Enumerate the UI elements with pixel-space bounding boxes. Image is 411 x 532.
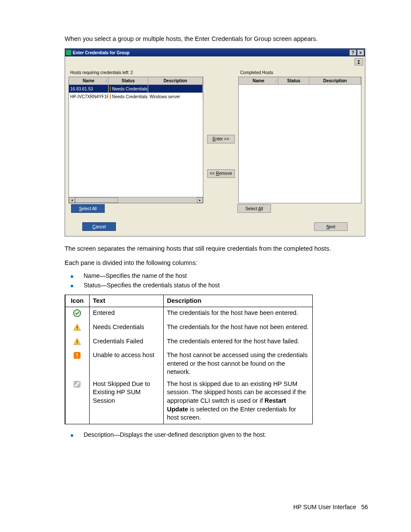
remove-button[interactable]: << Remove xyxy=(207,169,235,178)
col-desc-header-r[interactable]: Description xyxy=(309,77,361,84)
intro-paragraph: When you select a group or multiple host… xyxy=(65,34,368,43)
paragraph: The screen separates the remaining hosts… xyxy=(65,244,368,253)
paragraph: Each pane is divided into the following … xyxy=(65,258,368,267)
status-text: Host Skipped Due to Existing HP SUM Sess… xyxy=(89,378,163,424)
page-footer: HP SUM User Interface 56 xyxy=(293,504,368,510)
right-pane-label: Completed Hosts xyxy=(240,70,361,75)
help-button[interactable]: ? xyxy=(349,50,356,56)
warning-icon xyxy=(73,337,81,346)
skip-icon xyxy=(73,380,81,389)
th-text: Text xyxy=(89,295,163,307)
status-desc: The credentials entered for the host hav… xyxy=(163,336,313,350)
warning-icon xyxy=(73,323,81,332)
col-desc-header[interactable]: Description xyxy=(148,77,203,84)
status-text: Credentials Failed xyxy=(89,336,163,350)
table-row[interactable]: 16.83.61.53 Needs Credentials xyxy=(69,85,203,93)
svg-rect-5 xyxy=(77,340,78,342)
sort-indicator-icon: ∕ xyxy=(106,79,106,83)
desc-bullet-list: Description—Displays the user-defined de… xyxy=(65,431,368,438)
left-pane-label: Hosts requiring credentials left: 2 xyxy=(70,70,203,75)
left-grid: Name∕ Status Description 16.83.61.53 Nee… xyxy=(68,77,203,203)
select-all-right-button[interactable]: Select All xyxy=(237,204,271,213)
left-pane: Hosts requiring credentials left: 2 Name… xyxy=(68,70,203,203)
select-all-left-button[interactable]: Select All xyxy=(71,204,105,213)
close-button[interactable]: × xyxy=(357,50,364,56)
credentials-dialog: Enter Credentials for Group ? × Σ Hosts … xyxy=(65,48,365,236)
warning-icon xyxy=(110,87,111,91)
scroll-thumb[interactable] xyxy=(75,197,118,203)
scroll-left-icon[interactable]: ◂ xyxy=(69,197,75,203)
svg-rect-2 xyxy=(77,326,78,328)
col-name-header[interactable]: Name∕ xyxy=(69,77,109,84)
status-text: Unable to access host xyxy=(89,349,163,378)
list-item: Description—Displays the user-defined de… xyxy=(84,431,266,438)
bullet-icon xyxy=(71,275,73,278)
status-desc: The credentials for the host have not be… xyxy=(163,321,313,336)
titlebar: Enter Credentials for Group ? × xyxy=(65,49,365,56)
sort-indicator-icon: ∕ xyxy=(276,79,277,83)
svg-rect-3 xyxy=(77,329,78,330)
error-icon xyxy=(73,351,81,360)
list-item: Name—Specifies the name of the host xyxy=(84,272,187,279)
status-desc: The host is skipped due to an existing H… xyxy=(163,378,313,424)
col-status-header-r[interactable]: Status xyxy=(278,77,309,84)
status-icon-table: Icon Text Description Entered The creden… xyxy=(65,295,313,424)
scroll-right-icon[interactable]: ▸ xyxy=(197,197,203,203)
bullet-icon xyxy=(71,285,73,287)
status-desc: The credentials for the host have been e… xyxy=(163,307,313,321)
check-icon xyxy=(73,309,81,317)
svg-rect-8 xyxy=(77,353,78,356)
status-desc: The host cannot be accessed using the cr… xyxy=(163,349,313,378)
col-name-header-r[interactable]: Name∕ xyxy=(239,77,278,84)
status-text: Entered xyxy=(89,307,163,321)
col-status-header[interactable]: Status xyxy=(109,77,148,84)
enter-button[interactable]: Enter >> xyxy=(207,135,235,143)
right-grid: Name∕ Status Description xyxy=(238,77,361,203)
list-item: Status—Specifies the credentials status … xyxy=(84,282,220,289)
dialog-title: Enter Credentials for Group xyxy=(73,50,130,55)
svg-rect-9 xyxy=(77,357,78,358)
bullet-icon xyxy=(71,434,73,437)
th-icon: Icon xyxy=(65,295,89,307)
th-description: Description xyxy=(163,295,313,307)
resize-button[interactable]: Σ xyxy=(355,58,363,65)
svg-rect-6 xyxy=(77,343,78,344)
table-row[interactable]: HP-IVC7XRN4YF1F Needs Credentials Window… xyxy=(69,93,203,100)
column-bullet-list: Name—Specifies the name of the host Stat… xyxy=(65,272,368,289)
status-text: Needs Credentials xyxy=(89,321,163,336)
right-pane: Completed Hosts Name∕ Status Description xyxy=(238,70,361,203)
warning-icon xyxy=(110,94,111,99)
app-icon xyxy=(66,50,71,55)
cancel-button[interactable]: Cancel xyxy=(82,222,116,231)
next-button[interactable]: Next xyxy=(314,222,348,231)
hscrollbar[interactable]: ◂ ▸ xyxy=(69,197,203,203)
